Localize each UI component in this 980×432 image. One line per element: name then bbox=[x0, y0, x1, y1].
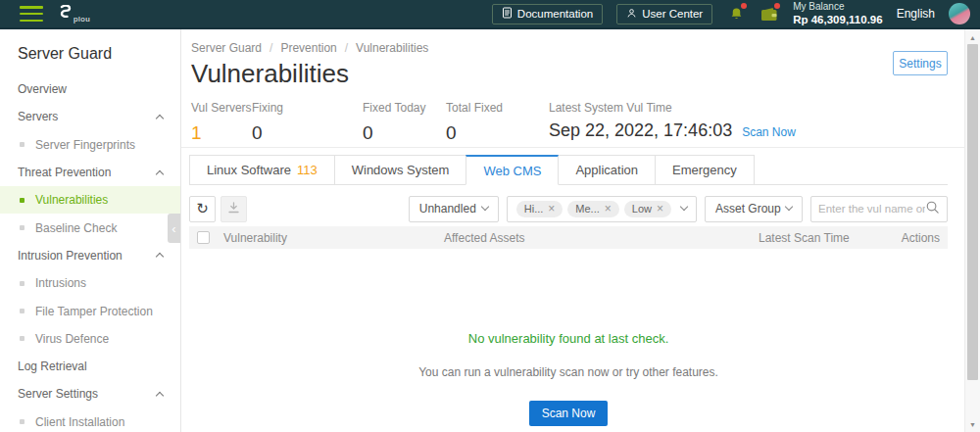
sidebar-item-server-fingerprints[interactable]: Server Fingerprints bbox=[0, 131, 180, 159]
menu-icon[interactable] bbox=[20, 6, 43, 22]
stat-vul-servers: Vul Servers 1 bbox=[191, 101, 252, 144]
sidebar-item-label: Baseline Check bbox=[35, 221, 117, 235]
breadcrumb-item-server-guard[interactable]: Server Guard bbox=[191, 41, 262, 55]
stat-fixing: Fixing 0 bbox=[252, 101, 283, 144]
scan-now-link[interactable]: Scan Now bbox=[742, 125, 796, 139]
column-actions: Actions bbox=[886, 231, 940, 245]
sidebar-item-server-settings[interactable]: Server Settings bbox=[0, 380, 180, 408]
topbar: plou Documentation User Center My Balanc… bbox=[0, 0, 980, 29]
sidebar: Server Guard Overview Servers Server Fin… bbox=[0, 29, 181, 432]
sidebar-item-threat-prevention[interactable]: Threat Prevention bbox=[0, 159, 180, 186]
sidebar-item-label: Client Installation bbox=[35, 415, 124, 429]
sidebar-item-vulnerabilities[interactable]: Vulnerabilities bbox=[0, 186, 180, 214]
sidebar-item-servers[interactable]: Servers bbox=[0, 103, 180, 130]
sidebar-item-intrusions[interactable]: Intrusions bbox=[0, 269, 180, 297]
select-all-checkbox[interactable] bbox=[197, 231, 210, 244]
brand-logo[interactable]: plou bbox=[59, 5, 90, 24]
chevron-up-icon bbox=[156, 115, 164, 122]
bullet-icon bbox=[20, 142, 24, 147]
settings-button[interactable]: Settings bbox=[893, 51, 948, 75]
stat-value: 0 bbox=[446, 122, 503, 144]
severity-tag-high: Hi... × bbox=[516, 201, 564, 217]
language-selector[interactable]: English bbox=[897, 7, 935, 21]
sidebar-item-label: Server Fingerprints bbox=[35, 138, 135, 152]
sidebar-item-label: File Tamper Protection bbox=[35, 305, 153, 318]
empty-state-title: No vulnerability found at last check. bbox=[189, 331, 948, 346]
scrollbar-thumb[interactable] bbox=[967, 44, 978, 380]
remove-tag-icon[interactable]: × bbox=[548, 203, 555, 215]
notification-badge bbox=[741, 3, 747, 9]
stat-label: Fixing bbox=[252, 101, 283, 115]
user-center-label: User Center bbox=[642, 8, 703, 20]
column-affected-assets: Affected Assets bbox=[444, 231, 759, 245]
bullet-icon bbox=[20, 419, 24, 424]
tab-web-cms[interactable]: Web CMS bbox=[466, 155, 559, 185]
page-title: Vulnerabilities bbox=[191, 59, 349, 89]
sidebar-item-log-retrieval[interactable]: Log Retrieval bbox=[0, 353, 180, 380]
sidebar-item-intrusion-prevention[interactable]: Intrusion Prevention bbox=[0, 242, 180, 269]
remove-tag-icon[interactable]: × bbox=[657, 203, 663, 215]
asset-group-select[interactable]: Asset Group bbox=[705, 196, 803, 222]
section-divider bbox=[181, 147, 964, 148]
tab-label: Windows System bbox=[352, 163, 450, 177]
vertical-scrollbar[interactable]: ▲ ▼ bbox=[964, 29, 980, 432]
tab-linux-software[interactable]: Linux Software 113 bbox=[189, 155, 335, 185]
search-icon[interactable] bbox=[925, 200, 940, 218]
status-filter-value: Unhandled bbox=[419, 202, 476, 216]
scroll-up-icon[interactable]: ▲ bbox=[965, 30, 980, 44]
sidebar-title: Server Guard bbox=[18, 45, 180, 63]
sidebar-item-label: Server Settings bbox=[18, 387, 98, 401]
sidebar-item-baseline-check[interactable]: Baseline Check bbox=[0, 214, 180, 241]
stat-label: Vul Servers bbox=[191, 101, 252, 115]
stat-label: Fixed Today bbox=[363, 101, 425, 115]
column-latest-scan-time: Latest Scan Time bbox=[759, 231, 886, 245]
avatar[interactable] bbox=[949, 3, 970, 24]
sidebar-item-file-tamper-protection[interactable]: File Tamper Protection bbox=[0, 297, 180, 324]
stat-latest-vul-time: Latest System Vul Time Sep 22, 2022, 17:… bbox=[549, 101, 796, 141]
breadcrumb-item-prevention[interactable]: Prevention bbox=[280, 41, 336, 55]
collapse-left-icon: ‹ bbox=[172, 221, 175, 236]
bullet-icon bbox=[20, 281, 24, 286]
severity-tag-label: Me... bbox=[575, 203, 599, 215]
search-box bbox=[810, 196, 948, 222]
notifications-bell-icon[interactable] bbox=[726, 5, 746, 23]
refresh-button[interactable]: ↻ bbox=[189, 196, 216, 222]
user-center-button[interactable]: User Center bbox=[616, 4, 712, 24]
tab-label: Web CMS bbox=[483, 164, 541, 178]
severity-tag-label: Hi... bbox=[524, 203, 544, 215]
scan-now-button[interactable]: Scan Now bbox=[529, 401, 609, 426]
breadcrumb-item-current: Vulnerabilities bbox=[356, 41, 428, 55]
wallet-icon[interactable] bbox=[760, 5, 779, 23]
download-icon bbox=[227, 202, 240, 216]
wallet-badge bbox=[774, 3, 780, 9]
tab-windows-system[interactable]: Windows System bbox=[334, 155, 467, 185]
tab-emergency[interactable]: Emergency bbox=[655, 155, 755, 185]
sidebar-collapse-handle[interactable]: ‹ bbox=[168, 214, 180, 243]
logo-text: plou bbox=[74, 15, 90, 24]
remove-tag-icon[interactable]: × bbox=[605, 203, 612, 215]
severity-filter-select[interactable]: Hi... × Me... × Low × bbox=[507, 196, 697, 222]
stat-label: Latest System Vul Time bbox=[549, 101, 796, 115]
tab-count-badge: 113 bbox=[297, 163, 318, 177]
toolbar: ↻ Unhandled Hi... × Me... × L bbox=[189, 195, 948, 222]
scroll-down-icon[interactable]: ▼ bbox=[965, 417, 980, 431]
chevron-down-icon bbox=[680, 203, 688, 211]
sidebar-item-overview[interactable]: Overview bbox=[0, 75, 180, 103]
tab-application[interactable]: Application bbox=[558, 155, 656, 185]
balance-label: My Balance bbox=[793, 1, 882, 14]
empty-state-subtitle: You can run a vulnerability scan now or … bbox=[189, 365, 948, 379]
bullet-icon bbox=[20, 225, 24, 230]
export-button[interactable] bbox=[220, 196, 247, 222]
documentation-button[interactable]: Documentation bbox=[492, 4, 603, 24]
asset-group-value: Asset Group bbox=[715, 202, 781, 216]
stat-total-fixed: Total Fixed 0 bbox=[446, 101, 503, 144]
search-input[interactable] bbox=[818, 203, 925, 215]
stat-value: 0 bbox=[252, 122, 283, 144]
latest-vul-time-value: Sep 22, 2022, 17:46:03 bbox=[549, 120, 732, 141]
chevron-up-icon bbox=[156, 253, 164, 261]
sidebar-nav: Overview Servers Server Fingerprints Thr… bbox=[0, 75, 180, 432]
document-icon bbox=[502, 7, 513, 21]
status-filter-select[interactable]: Unhandled bbox=[409, 196, 499, 222]
sidebar-item-virus-defence[interactable]: Virus Defence bbox=[0, 325, 180, 353]
sidebar-item-client-installation[interactable]: Client Installation bbox=[0, 408, 180, 432]
